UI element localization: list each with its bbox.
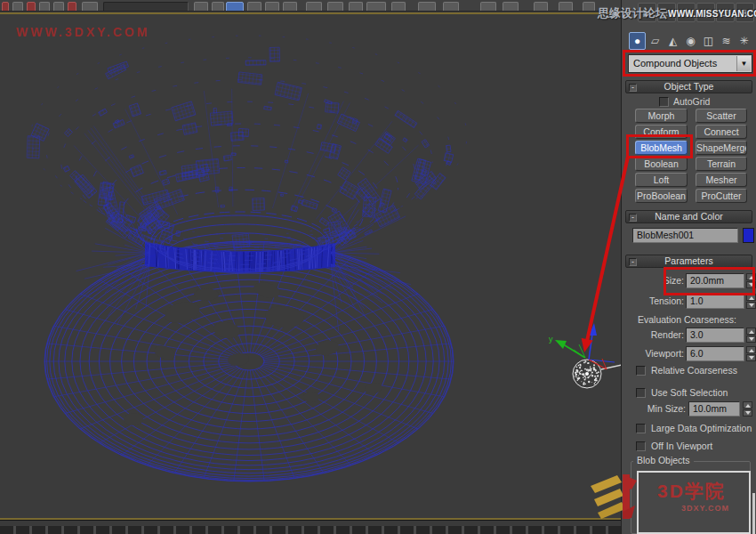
render-spinner[interactable] bbox=[746, 328, 756, 343]
conform-button[interactable]: Conform bbox=[635, 125, 688, 139]
off-in-viewport-checkbox[interactable] bbox=[636, 441, 646, 451]
blob-objects-label: Blob Objects bbox=[633, 455, 694, 465]
forum-watermark-cn: 思缘设计论坛 bbox=[598, 5, 667, 21]
proboolean-button[interactable]: ProBoolean bbox=[635, 189, 688, 203]
toolbar-icon[interactable] bbox=[283, 2, 297, 12]
toolbar-icon[interactable] bbox=[82, 2, 98, 12]
toolbar-icon[interactable] bbox=[534, 2, 548, 12]
collapse-icon[interactable]: - bbox=[629, 84, 637, 92]
toolbar-icon[interactable] bbox=[53, 2, 64, 12]
toolbar-icon[interactable] bbox=[212, 2, 224, 12]
mesher-button[interactable]: Mesher bbox=[696, 173, 747, 187]
track-bar[interactable] bbox=[0, 520, 635, 534]
render-field[interactable]: 3.0 bbox=[686, 328, 744, 343]
toolbar-icon[interactable] bbox=[366, 2, 386, 12]
shapemerge-button[interactable]: ShapeMerge bbox=[696, 141, 747, 155]
dropdown-value: Compound Objects bbox=[633, 58, 717, 69]
viewport-coarseness-spinner[interactable] bbox=[746, 346, 756, 361]
toolbar-icon[interactable] bbox=[583, 2, 595, 12]
min-size-label: Min Size: bbox=[622, 403, 686, 414]
rollout-name-and-color[interactable]: - Name and Color bbox=[625, 210, 752, 223]
tension-label: Tension: bbox=[622, 295, 684, 306]
scatter-button[interactable]: Scatter bbox=[696, 109, 747, 123]
panel-scrollbar[interactable] bbox=[752, 493, 755, 534]
large-data-optimization-checkbox[interactable] bbox=[636, 424, 646, 433]
toolbar-icon[interactable] bbox=[443, 2, 459, 12]
rollout-parameters[interactable]: - Parameters bbox=[625, 255, 752, 268]
collapse-icon[interactable]: - bbox=[629, 258, 637, 266]
size-spinner[interactable] bbox=[746, 273, 756, 288]
toolbar-icon[interactable] bbox=[418, 2, 436, 12]
toolbar-icon[interactable] bbox=[12, 2, 23, 12]
blobmesh-wireframe: y bbox=[0, 14, 621, 518]
autogrid-checkbox[interactable] bbox=[659, 97, 669, 107]
object-color-swatch[interactable] bbox=[743, 228, 754, 243]
use-soft-selection-checkbox[interactable] bbox=[636, 388, 646, 398]
cameras-icon[interactable]: ◉ bbox=[682, 32, 699, 50]
min-size-field[interactable]: 10.0mm bbox=[688, 401, 740, 417]
connect-button[interactable]: Connect bbox=[696, 125, 747, 139]
viewport-watermark: WWW.3DXY.COM bbox=[16, 25, 149, 39]
toolbar-icon[interactable] bbox=[306, 2, 322, 12]
perspective-viewport[interactable]: y WWW.3DXY.COM bbox=[0, 12, 621, 518]
viewport-coarseness-label: Viewport: bbox=[622, 348, 684, 359]
lights-icon[interactable]: ◭ bbox=[664, 32, 681, 50]
toolbar-icon[interactable] bbox=[503, 2, 519, 12]
svg-text:y: y bbox=[549, 335, 553, 344]
chevron-down-icon[interactable]: ▼ bbox=[736, 56, 751, 71]
rollout-object-type[interactable]: - Object Type bbox=[625, 80, 752, 93]
toolbar-icon[interactable] bbox=[68, 2, 76, 12]
terrain-button[interactable]: Terrain bbox=[696, 157, 747, 171]
viewport-coarseness-field[interactable]: 6.0 bbox=[686, 346, 744, 361]
shapes-icon[interactable]: ▱ bbox=[647, 32, 664, 50]
tension-spinner[interactable] bbox=[746, 294, 756, 309]
tension-field[interactable]: 1.0 bbox=[686, 294, 744, 309]
procutter-button[interactable]: ProCutter bbox=[696, 189, 747, 203]
collapse-icon[interactable]: - bbox=[629, 214, 637, 222]
application-window: y WWW.3DXY.COM ▶≀⋔◎⊡⋇ ●▱◭◉◫≋✳ Compound O… bbox=[0, 0, 756, 534]
toolbar-icon[interactable] bbox=[226, 2, 244, 12]
toolbar-icon[interactable] bbox=[480, 2, 496, 12]
render-label: Render: bbox=[622, 329, 684, 340]
space-warps-icon[interactable]: ≋ bbox=[718, 32, 735, 50]
use-soft-selection-label: Use Soft Selection bbox=[651, 387, 728, 398]
toolbar-icon[interactable] bbox=[327, 2, 343, 12]
relative-coarseness-label: Relative Coarseness bbox=[651, 365, 737, 376]
toolbar-icon[interactable] bbox=[103, 2, 189, 12]
systems-icon[interactable]: ✳ bbox=[736, 32, 752, 50]
blobmesh-button[interactable]: BlobMesh bbox=[635, 141, 688, 155]
toolbar-icon[interactable] bbox=[559, 2, 573, 12]
timeline-ticks bbox=[0, 526, 635, 534]
object-name-field[interactable]: BlobMesh001 bbox=[632, 228, 738, 243]
min-size-spinner[interactable] bbox=[743, 401, 752, 417]
boolean-button[interactable]: Boolean bbox=[635, 157, 688, 171]
large-data-optimization-label: Large Data Optimization bbox=[651, 423, 752, 433]
loft-button[interactable]: Loft bbox=[635, 173, 688, 187]
blob-objects-list[interactable] bbox=[637, 471, 751, 534]
toolbar-icon[interactable] bbox=[194, 2, 208, 12]
forum-watermark-site: WWW.MISSYUAN.COM bbox=[668, 9, 756, 19]
helpers-icon[interactable]: ◫ bbox=[700, 32, 717, 50]
object-type-buttons: Morph Scatter Conform Connect BlobMesh S… bbox=[635, 109, 747, 203]
relative-coarseness-checkbox[interactable] bbox=[636, 366, 646, 376]
autogrid-label: AutoGrid bbox=[673, 96, 710, 107]
size-label: Size: bbox=[622, 275, 684, 286]
off-in-viewport-label: Off In Viewport bbox=[651, 441, 712, 451]
toolbar-icon[interactable] bbox=[247, 2, 261, 12]
toolbar-icon[interactable] bbox=[27, 2, 36, 12]
toolbar-icon[interactable] bbox=[391, 2, 406, 12]
command-panel: ▶≀⋔◎⊡⋇ ●▱◭◉◫≋✳ Compound Objects ▼ - Obje… bbox=[621, 0, 756, 534]
toolbar-icon[interactable] bbox=[2, 2, 9, 12]
size-field[interactable]: 20.0mm bbox=[686, 273, 744, 288]
geometry-icon[interactable]: ● bbox=[629, 32, 646, 50]
object-category-dropdown[interactable]: Compound Objects ▼ bbox=[628, 54, 752, 73]
toolbar-icon[interactable] bbox=[39, 2, 50, 12]
toolbar-icon[interactable] bbox=[349, 2, 363, 12]
morph-button[interactable]: Morph bbox=[635, 109, 688, 123]
toolbar-icon[interactable] bbox=[265, 2, 279, 12]
evaluation-coarseness-label: Evaluation Coarseness: bbox=[638, 314, 736, 325]
